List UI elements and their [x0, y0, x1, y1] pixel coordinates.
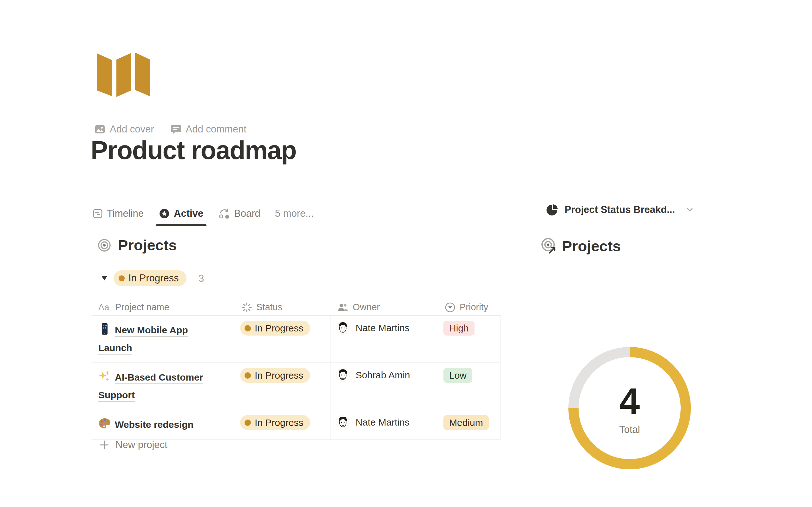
priority-icon	[445, 302, 455, 313]
donut-total-label: Total	[566, 424, 693, 435]
owner-name: Sohrab Amin	[356, 368, 410, 383]
group-header: In Progress 3	[99, 270, 204, 286]
table-body: New Mobile App Launch In Progress	[92, 316, 501, 440]
add-cover-button[interactable]: Add cover	[95, 124, 154, 135]
chevron-down-icon[interactable]	[685, 205, 695, 215]
add-comment-label: Add comment	[186, 124, 247, 135]
linked-database-title[interactable]: Projects	[562, 237, 621, 255]
status-dot	[245, 419, 251, 426]
projects-table: Aa Project name Status Owner	[92, 299, 501, 440]
tab-board-label: Board	[234, 208, 260, 219]
tab-active[interactable]: Active	[158, 202, 204, 226]
comment-icon	[171, 124, 182, 135]
linked-database-heading: Projects	[541, 237, 621, 255]
status-dot	[245, 372, 251, 379]
group-label: In Progress	[129, 273, 179, 284]
status-label: In Progress	[255, 417, 303, 428]
svg-text:Aa: Aa	[98, 302, 109, 312]
group-status-pill[interactable]: In Progress	[113, 270, 187, 286]
people-icon	[337, 302, 349, 313]
status-cell[interactable]: In Progress	[235, 316, 331, 362]
tab-timeline-label: Timeline	[107, 208, 144, 219]
status-label: In Progress	[255, 323, 303, 334]
avatar-nate-martins	[336, 321, 350, 335]
tab-board[interactable]: Board	[218, 202, 261, 226]
status-pill: In Progress	[240, 415, 310, 430]
new-project-label: New project	[115, 439, 167, 451]
column-label: Priority	[460, 302, 488, 313]
add-comment-button[interactable]: Add comment	[171, 124, 247, 135]
plus-icon	[100, 440, 109, 450]
divider	[535, 226, 722, 226]
chart-view-tab[interactable]: Project Status Breakd...	[546, 204, 695, 216]
owner-name: Nate Martins	[356, 321, 409, 335]
view-tabs: Timeline Active Board 5 more...	[92, 202, 501, 226]
priority-cell[interactable]: Low	[438, 363, 501, 410]
tab-active-label: Active	[174, 208, 203, 219]
palette-emoji	[98, 417, 111, 430]
text-icon: Aa	[98, 302, 111, 312]
group-collapse-toggle[interactable]	[99, 273, 110, 284]
status-dot	[245, 325, 251, 331]
avatar-sohrab-amin	[336, 368, 350, 382]
donut-total-value: 4	[566, 383, 693, 419]
column-label: Status	[256, 302, 282, 313]
owner-name: Nate Martins	[356, 415, 409, 430]
status-cell[interactable]: In Progress	[235, 363, 331, 410]
priority-cell[interactable]: High	[438, 316, 501, 362]
mobile-phone-emoji	[98, 323, 111, 335]
priority-tag: Low	[444, 368, 472, 383]
target-icon	[98, 239, 111, 252]
star-circle-icon	[159, 208, 170, 219]
add-cover-label: Add cover	[110, 124, 154, 135]
table-header-row: Aa Project name Status Owner	[92, 299, 501, 316]
target-arrow-icon	[541, 237, 558, 255]
column-header-priority[interactable]: Priority	[438, 299, 501, 315]
column-label: Owner	[353, 302, 380, 313]
group-count: 3	[199, 273, 204, 284]
status-label: In Progress	[255, 370, 303, 381]
timeline-icon	[93, 209, 103, 219]
column-label: Project name	[115, 302, 169, 313]
project-name-cell[interactable]: AI-Based Customer Support	[92, 363, 235, 410]
new-project-button[interactable]: New project	[92, 432, 501, 458]
status-pill: In Progress	[240, 321, 310, 336]
status-pill: In Progress	[240, 368, 310, 383]
donut-center-text: 4 Total	[566, 383, 693, 435]
page-title[interactable]: Product roadmap	[91, 135, 296, 165]
priority-tag: High	[444, 321, 474, 336]
status-spinner-icon	[241, 302, 252, 313]
image-icon	[95, 124, 105, 135]
pie-chart-icon	[546, 204, 559, 216]
page-actions: Add cover Add comment	[95, 124, 247, 135]
project-name-cell[interactable]: New Mobile App Launch	[92, 316, 235, 362]
avatar-nate-martins	[336, 415, 350, 429]
owner-cell[interactable]: Sohrab Amin	[331, 363, 438, 410]
tabs-more-button[interactable]: 5 more...	[275, 208, 314, 219]
project-name-link[interactable]: New Mobile App Launch	[98, 325, 188, 354]
column-header-project-name[interactable]: Aa Project name	[92, 299, 235, 315]
map-icon	[96, 53, 151, 98]
sparkles-emoji	[98, 370, 111, 383]
page-icon-map[interactable]	[96, 53, 151, 98]
table-row-new-mobile-app-launch: New Mobile App Launch In Progress	[92, 316, 501, 363]
column-header-owner[interactable]: Owner	[331, 299, 438, 315]
chart-tab-label: Project Status Breakd...	[565, 204, 675, 216]
database-heading: Projects	[98, 236, 177, 254]
table-row-ai-based-customer-support: AI-Based Customer Support In Progress	[92, 363, 501, 410]
project-name-link[interactable]: Website redesign	[115, 419, 194, 431]
column-header-status[interactable]: Status	[235, 299, 331, 315]
triangle-down-icon	[101, 276, 107, 281]
board-icon	[218, 208, 230, 219]
owner-cell[interactable]: Nate Martins	[331, 316, 438, 362]
database-title[interactable]: Projects	[118, 236, 177, 254]
tab-timeline[interactable]: Timeline	[92, 202, 144, 226]
status-dot	[119, 275, 125, 281]
project-name-link[interactable]: AI-Based Customer Support	[98, 372, 203, 402]
priority-tag: Medium	[444, 415, 489, 430]
